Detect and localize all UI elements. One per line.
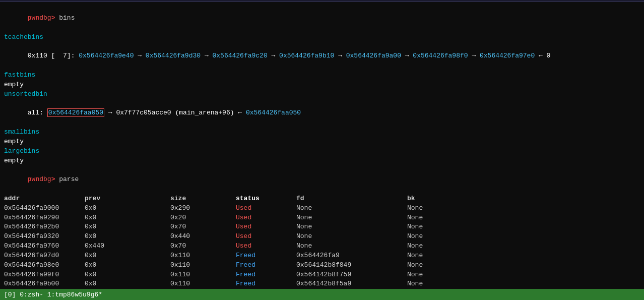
cell-bk: None — [407, 242, 508, 251]
cell-bk: None — [407, 270, 508, 280]
smallbins-label: smallbins — [4, 128, 640, 137]
bin-addr6: 0x564426fa98f0 — [413, 52, 468, 59]
cell-prev: 0x0 — [85, 270, 170, 280]
cell-status: Used — [236, 204, 296, 213]
cell-status: Freed — [236, 270, 296, 280]
cell-bk: None — [407, 261, 508, 270]
cell-addr: 0x564426fa92b0 — [4, 222, 85, 232]
cell-bk: None — [407, 222, 508, 232]
cell-fd: None — [296, 204, 407, 213]
all-line: all: 0x564426faa050 → 0x7f77c05acce0 (ma… — [4, 99, 640, 128]
cell-size: 0x290 — [170, 204, 236, 213]
empty2: empty — [4, 137, 640, 147]
cell-prev: 0x0 — [85, 279, 170, 289]
cell-fd: 0x564142b8f849 — [296, 261, 407, 270]
cell-size: 0x440 — [170, 232, 236, 242]
prompt-parse-line: pwndbg> parse — [4, 165, 640, 194]
cell-bk: None — [407, 213, 508, 223]
bins-content-line: 0x110 [ 7]: 0x564426fa9e40 → 0x564426fa9… — [4, 42, 640, 71]
prompt-label2: pwn — [28, 175, 39, 183]
cell-prev: 0x0 — [85, 251, 170, 261]
cell-fd: None — [296, 213, 407, 223]
cell-size: 0x70 — [170, 242, 236, 251]
table-row: 0x564426fa92b0 0x0 0x70 Used None None — [4, 222, 640, 232]
col-header-bk: bk — [407, 194, 508, 204]
dbg-label: dbg — [39, 14, 51, 22]
bottom-bar: [0] 0:zsh- 1:tmp86w5u9g6* — [0, 289, 644, 300]
cell-prev: 0x0 — [85, 232, 170, 242]
col-header-prev: prev — [85, 194, 170, 204]
fastbins-label: fastbins — [4, 71, 640, 80]
table-row: 0x564426fa97d0 0x0 0x110 Freed 0x564426f… — [4, 251, 640, 261]
table-row: 0x564426fa9760 0x440 0x70 Used None None — [4, 242, 640, 251]
cell-addr: 0x564426fa98e0 — [4, 261, 85, 270]
cell-fd: None — [296, 222, 407, 232]
bin-addr1: 0x564426fa9e40 — [79, 52, 134, 59]
tcachebins-label: tcachebins — [4, 33, 640, 42]
cell-status: Used — [236, 232, 296, 242]
col-header-status: status — [236, 194, 296, 204]
cmd-bins: bins — [55, 14, 75, 22]
cell-bk: None — [407, 279, 508, 289]
cmd-parse: parse — [55, 175, 79, 183]
cell-status: Freed — [236, 261, 296, 270]
empty1: empty — [4, 80, 640, 90]
cell-size: 0x110 — [170, 270, 236, 280]
cell-fd: None — [296, 242, 407, 251]
bin-addr5: 0x564426fa9a00 — [346, 52, 401, 59]
terminal-content: pwndbg> bins tcachebins 0x110 [ 7]: 0x56… — [0, 2, 644, 289]
cell-status: Used — [236, 213, 296, 223]
col-header-addr: addr — [4, 194, 85, 204]
cell-status: Freed — [236, 279, 296, 289]
all-label: all: — [28, 109, 47, 116]
table-row: 0x564426fa9000 0x0 0x290 Used None None — [4, 204, 640, 213]
cell-addr: 0x564426fa99f0 — [4, 270, 85, 280]
prompt-bins-line: pwndbg> bins — [4, 4, 640, 33]
table-row: 0x564426fa99f0 0x0 0x110 Freed 0x564142b… — [4, 270, 640, 280]
table-row: 0x564426fa98e0 0x0 0x110 Freed 0x564142b… — [4, 261, 640, 270]
bin-addr4: 0x564426fa9b10 — [279, 52, 334, 59]
dbg-label2: dbg — [39, 175, 51, 183]
cell-fd: 0x564426fa9 — [296, 251, 407, 261]
terminal: pwndbg> bins tcachebins 0x110 [ 7]: 0x56… — [0, 0, 644, 300]
cell-size: 0x110 — [170, 279, 236, 289]
bottom-bar-text: [0] 0:zsh- 1:tmp86w5u9g6* — [4, 291, 102, 298]
prompt-label: pwn — [28, 14, 39, 22]
cell-bk: None — [407, 204, 508, 213]
cell-size: 0x70 — [170, 222, 236, 232]
cell-addr: 0x564426fa9000 — [4, 204, 85, 213]
unsortedbin-label: unsortedbin — [4, 90, 640, 99]
cell-size: 0x110 — [170, 261, 236, 270]
bin-addr7: 0x564426fa97e0 — [480, 52, 535, 59]
all-addr1: 0x564426faa050 — [47, 108, 104, 117]
table-row: 0x564426fa9290 0x0 0x20 Used None None — [4, 213, 640, 223]
bin-addr2: 0x564426fa9d30 — [146, 52, 201, 59]
cell-addr: 0x564426fa9320 — [4, 232, 85, 242]
all-addr2: 0x564426faa050 — [246, 109, 301, 116]
cell-fd: 0x564142b8f5a9 — [296, 279, 407, 289]
table-row: 0x564426fa9b00 0x0 0x110 Freed 0x564142b… — [4, 279, 640, 289]
table-body: 0x564426fa9000 0x0 0x290 Used None None … — [4, 204, 640, 289]
cell-bk: None — [407, 251, 508, 261]
cell-status: Freed — [236, 251, 296, 261]
table-header-row: addr prev size status fd bk — [4, 194, 640, 204]
cell-fd: None — [296, 232, 407, 242]
cell-size: 0x110 — [170, 251, 236, 261]
empty3: empty — [4, 156, 640, 166]
cell-addr: 0x564426fa9760 — [4, 242, 85, 251]
cell-addr: 0x564426fa9b00 — [4, 279, 85, 289]
bin-addr3: 0x564426fa9c20 — [212, 52, 267, 59]
cell-prev: 0x0 — [85, 261, 170, 270]
all-mid: 0x7f77c05acce0 (main_arena+96) ← — [116, 109, 245, 116]
table-row: 0x564426fa9320 0x0 0x440 Used None None — [4, 232, 640, 242]
cell-addr: 0x564426fa97d0 — [4, 251, 85, 261]
cell-prev: 0x0 — [85, 204, 170, 213]
cell-prev: 0x0 — [85, 222, 170, 232]
cell-prev: 0x440 — [85, 242, 170, 251]
cell-status: Used — [236, 242, 296, 251]
parse-table: addr prev size status fd bk 0x564426fa90… — [4, 194, 640, 289]
largebins-label: largebins — [4, 147, 640, 156]
col-header-size: size — [170, 194, 236, 204]
cell-status: Used — [236, 222, 296, 232]
cell-prev: 0x0 — [85, 213, 170, 223]
